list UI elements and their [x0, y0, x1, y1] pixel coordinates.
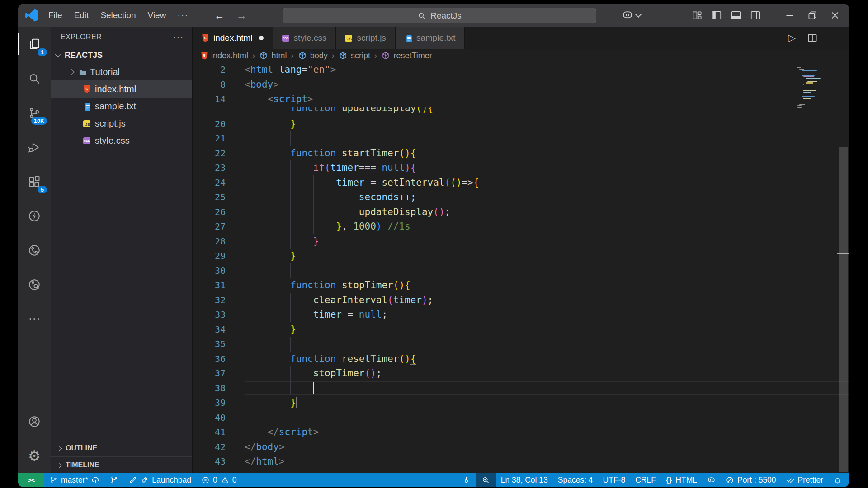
tree-item-Tutorial[interactable]: Tutorial [51, 63, 192, 80]
code-line-36[interactable]: 36 function resetTimer(){ [193, 352, 849, 366]
problems-item[interactable]: 0 0 [196, 473, 241, 487]
split-editor-icon[interactable] [807, 32, 818, 44]
forward-arrow-icon[interactable]: → [236, 9, 246, 22]
more-actions-icon[interactable]: ··· [829, 34, 839, 42]
code-line-20[interactable]: 20 } [193, 117, 849, 131]
tab-index.html[interactable]: 5 index.html [193, 27, 273, 49]
cursor-position-item[interactable]: Ln 38, Col 13 [496, 473, 553, 487]
toggle-secondary-sidebar-icon[interactable] [750, 9, 761, 21]
code-line-29[interactable]: 29 } [193, 249, 849, 263]
scrollbar-thumb[interactable] [839, 147, 848, 472]
code-line-2[interactable]: 2 <html lang="en"> [193, 62, 795, 77]
code-line-37[interactable]: 37 stopTimer(); [193, 366, 849, 381]
back-arrow-icon[interactable]: ← [214, 9, 224, 22]
code-line-clipped[interactable]: function updateDisplay(){ [193, 107, 849, 117]
copilot-status-item[interactable] [702, 473, 721, 487]
code-line-42[interactable]: 42 </body> [193, 440, 849, 455]
explorer-more-icon[interactable]: ··· [173, 33, 184, 42]
code-line-35[interactable]: 35 [193, 337, 849, 352]
prettier-item[interactable]: Prettier [781, 473, 828, 487]
eol-item[interactable]: CRLF [630, 473, 661, 487]
code-line-38[interactable]: 38 [193, 381, 849, 396]
activity-gitlens[interactable] [18, 267, 51, 302]
code-line-27[interactable]: 27 }, 1000) //1s [193, 219, 849, 234]
activity-run-debug[interactable] [18, 130, 51, 164]
tab-sample.txt[interactable]: sample.txt [396, 27, 465, 49]
code-line-40[interactable]: 40 [193, 410, 849, 425]
close-icon[interactable] [829, 9, 841, 21]
customize-layout-icon[interactable] [691, 9, 703, 21]
toggle-primary-sidebar-icon[interactable] [711, 9, 722, 21]
code-line-41[interactable]: 41 </script> [193, 425, 849, 440]
code-line-21[interactable]: 21 [193, 131, 849, 146]
launchpad-item[interactable]: Launchpad [123, 473, 196, 487]
restore-icon[interactable] [807, 9, 818, 21]
encoding-item[interactable]: UTF-8 [598, 473, 631, 487]
git-branch-item[interactable]: master* [44, 473, 105, 487]
code-line-22[interactable]: 22 function startTimer(){ [193, 146, 849, 161]
breadcrumb-resetTimer[interactable]: resetTimer [381, 51, 432, 61]
activity-accounts[interactable] [18, 404, 51, 439]
notifications-item[interactable] [828, 473, 849, 487]
toggle-panel-icon[interactable] [730, 9, 742, 21]
port-forward-item[interactable] [457, 473, 476, 487]
menu-bar: FileEditSelectionView [42, 9, 172, 22]
copilot-menu[interactable] [622, 9, 641, 21]
tree-item-style.css[interactable]: CSS style.css [51, 132, 192, 149]
code-line-33[interactable]: 33 timer = null; [193, 307, 849, 322]
code-editor[interactable]: function updateDisplay(){ 20 } 21 22 fun… [193, 62, 849, 473]
language-mode-item[interactable]: {} HTML [661, 473, 702, 487]
tree-item-sample.txt[interactable]: sample.txt [51, 98, 192, 115]
minimap[interactable] [797, 66, 834, 108]
activity-search[interactable] [18, 61, 51, 96]
code-line-24[interactable]: 24 timer = setInterval(()=>{ [193, 175, 849, 190]
git-graph-item[interactable] [105, 473, 123, 487]
activity-codetour[interactable] [18, 233, 51, 267]
menu-item-file[interactable]: File [42, 9, 68, 22]
tree-item-script.js[interactable]: JS script.js [51, 115, 192, 132]
run-button[interactable]: ▷ [788, 32, 796, 44]
vertical-scrollbar[interactable] [837, 62, 849, 473]
code-line-23[interactable]: 23 if(timer=== null){ [193, 160, 849, 175]
menu-item-view[interactable]: View [142, 9, 172, 22]
breadcrumb-script[interactable]: script [339, 51, 370, 61]
error-icon [201, 476, 210, 484]
breadcrumb-html[interactable]: html [259, 51, 287, 61]
minimize-icon[interactable] [784, 9, 796, 21]
command-center-search[interactable]: ReactJs [283, 8, 596, 23]
code-line-43[interactable]: 43 </html> [193, 454, 849, 469]
code-line-30[interactable]: 30 [193, 263, 849, 278]
screencast-zoom-item[interactable] [476, 473, 496, 487]
activity-more[interactable] [18, 302, 51, 336]
live-server-port-item[interactable]: Port : 5500 [721, 473, 781, 487]
code-line-25[interactable]: 25 seconds++; [193, 190, 849, 205]
tab-style.css[interactable]: CSS style.css [273, 27, 336, 49]
activity-explorer[interactable]: 1 [18, 27, 51, 61]
remote-indicator[interactable]: >< [18, 473, 44, 487]
code-line-31[interactable]: 31 function stopTimer(){ [193, 278, 849, 293]
activity-extensions[interactable]: 5 [18, 164, 51, 199]
indentation-item[interactable]: Spaces: 4 [553, 473, 598, 487]
activity-settings[interactable]: ⚙ [18, 439, 51, 473]
line-number: 8 [193, 79, 245, 90]
code-line-26[interactable]: 26 updateDisplay(); [193, 205, 849, 220]
workspace-section[interactable]: REACTJS [51, 47, 192, 63]
activity-source-control[interactable]: 10K [18, 96, 51, 130]
modified-indicator[interactable] [259, 36, 264, 40]
breadcrumb-body[interactable]: body [298, 51, 328, 61]
timeline-section[interactable]: TIMELINE [51, 456, 192, 473]
code-line-14[interactable]: 14 <script> [193, 92, 795, 107]
tab-script.js[interactable]: JS script.js [336, 27, 395, 49]
menu-item-selection[interactable]: Selection [94, 9, 142, 22]
code-line-39[interactable]: 39 } [193, 395, 849, 410]
code-line-32[interactable]: 32 clearInterval(timer); [193, 293, 849, 308]
outline-section[interactable]: OUTLINE [51, 440, 192, 456]
menu-more-icon[interactable]: ··· [172, 10, 194, 20]
menu-item-edit[interactable]: Edit [68, 9, 95, 22]
code-line-34[interactable]: 34 } [193, 322, 849, 337]
tree-item-index.html[interactable]: 5 index.html [51, 80, 192, 98]
activity-thunder-client[interactable] [18, 199, 51, 233]
code-line-28[interactable]: 28 } [193, 234, 849, 249]
breadcrumb-index.html[interactable]: 5 index.html [201, 51, 248, 61]
code-line-8[interactable]: 8 <body> [193, 77, 795, 92]
